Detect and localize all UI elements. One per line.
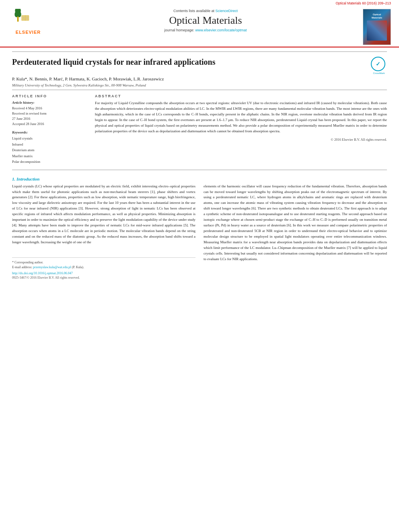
article-history: Article history: Received 4 May 2016 Rec… bbox=[12, 101, 88, 126]
crossmark-icon: ✓ bbox=[376, 61, 380, 68]
body-right-col: elements of the harmonic oscillator will… bbox=[204, 184, 387, 279]
affiliation-line: Military University of Technology, 2 Gen… bbox=[12, 83, 387, 87]
doi-line: http://dx.doi.org/10.1016/j.optmat.2016.… bbox=[12, 271, 195, 275]
abstract-text: For majority of Liquid Crystalline compo… bbox=[95, 101, 387, 134]
article-title-section: Perdeuterated liquid crystals for near i… bbox=[12, 51, 387, 73]
body-content: 1. Introduction Liquid crystals (LC) who… bbox=[12, 170, 387, 279]
body-right-text: elements of the harmonic oscillator will… bbox=[204, 184, 387, 262]
corresponding-note: * Corresponding author. bbox=[12, 260, 195, 265]
keyword-1: Liquid crystals bbox=[12, 136, 88, 141]
email-link[interactable]: przemyslaw.kula@wat.edu.pl bbox=[33, 265, 71, 269]
body-two-col: Liquid crystals (LC) whose optical prope… bbox=[12, 184, 387, 279]
email-person: (P. Kula). bbox=[72, 265, 84, 269]
sciencedirect-line: Contents lists available at ScienceDirec… bbox=[52, 9, 359, 13]
journal-name: Optical Materials bbox=[52, 14, 359, 27]
journal-cover-image: Optical Materials bbox=[363, 9, 391, 45]
keyword-5: Polar decomposition bbox=[12, 159, 88, 164]
authors-line: P. Kula*, N. Bennis, P. Marć, P. Harmata… bbox=[12, 76, 387, 82]
citation-bar: Optical Materials 60 (2016) 209–213 bbox=[0, 0, 399, 6]
keyword-4: Mueller matrix bbox=[12, 153, 88, 159]
section1-title: 1. Introduction bbox=[12, 177, 387, 181]
doi-link[interactable]: http://dx.doi.org/10.1016/j.optmat.2016.… bbox=[12, 271, 73, 275]
elsevier-brand-text: ELSEVIER bbox=[16, 30, 41, 35]
homepage-link[interactable]: www.elsevier.com/locate/optmat bbox=[195, 28, 247, 32]
article-info-label: ARTICLE INFO bbox=[12, 94, 88, 98]
citation-text: Optical Materials 60 (2016) 209–213 bbox=[336, 1, 391, 5]
footnote-section: * Corresponding author. E-mail address: … bbox=[12, 257, 195, 279]
sciencedirect-prefix: Contents lists available at bbox=[173, 9, 214, 13]
issn-line: 0925-3467/© 2016 Elsevier B.V. All right… bbox=[12, 276, 195, 279]
crossmark-label: CrossMark bbox=[371, 72, 387, 74]
keyword-3: Deuterium atom bbox=[12, 147, 88, 153]
corresponding-text: * Corresponding author. bbox=[12, 261, 43, 264]
article-info-column: ARTICLE INFO Article history: Received 4… bbox=[12, 94, 88, 164]
article-info-abstract-section: ARTICLE INFO Article history: Received 4… bbox=[12, 90, 387, 164]
article-title: Perdeuterated liquid crystals for near i… bbox=[12, 57, 367, 67]
accepted-date: Accepted 28 June 2016 bbox=[12, 121, 88, 127]
received-revised-date: 27 June 2016 bbox=[12, 116, 88, 121]
homepage-line: journal homepage: www.elsevier.com/locat… bbox=[52, 28, 359, 32]
keyword-2: Infrared bbox=[12, 142, 88, 147]
svg-point-3 bbox=[18, 11, 21, 17]
journal-center: Contents lists available at ScienceDirec… bbox=[48, 9, 363, 32]
elsevier-logo-area: ELSEVIER bbox=[8, 9, 48, 35]
article-container: Perdeuterated liquid crystals for near i… bbox=[0, 47, 399, 288]
abstract-column: ABSTRACT For majority of Liquid Crystall… bbox=[95, 94, 387, 164]
body-left-text: Liquid crystals (LC) whose optical prope… bbox=[12, 184, 195, 245]
abstract-label: ABSTRACT bbox=[95, 94, 387, 98]
page-wrapper: Optical Materials 60 (2016) 209–213 bbox=[0, 0, 399, 532]
cover-label: Optical Materials bbox=[366, 12, 388, 41]
crossmark-badge: ✓ CrossMark bbox=[371, 57, 387, 73]
sciencedirect-link[interactable]: ScienceDirect bbox=[216, 9, 238, 13]
journal-header: ELSEVIER Contents lists available at Sci… bbox=[0, 6, 399, 47]
keywords-label: Keywords: bbox=[12, 130, 88, 134]
email-label: E-mail address: bbox=[12, 265, 32, 269]
keywords-section: Keywords: Liquid crystals Infrared Deute… bbox=[12, 130, 88, 164]
history-label: Article history: bbox=[12, 101, 88, 105]
received-date: Received 4 May 2016 bbox=[12, 106, 88, 111]
copyright-line: © 2016 Elsevier B.V. All rights reserved… bbox=[95, 138, 387, 142]
crossmark-circle: ✓ bbox=[371, 57, 385, 71]
elsevier-logo-svg bbox=[12, 9, 44, 29]
received-revised-label: Received in revised form bbox=[12, 111, 88, 116]
body-left-col: Liquid crystals (LC) whose optical prope… bbox=[12, 184, 195, 279]
homepage-prefix: journal homepage: bbox=[164, 28, 194, 32]
email-note: E-mail address: przemyslaw.kula@wat.edu.… bbox=[12, 265, 195, 270]
